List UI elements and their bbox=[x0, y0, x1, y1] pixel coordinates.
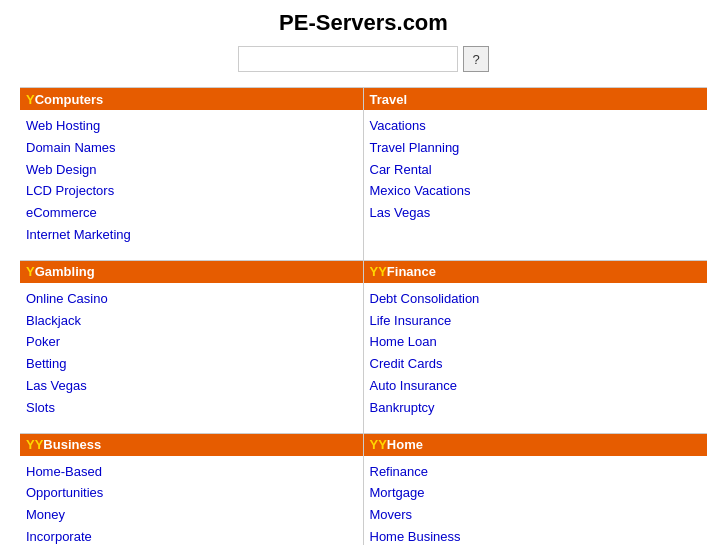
link-web-design[interactable]: Web Design bbox=[26, 160, 357, 181]
link-domain-names[interactable]: Domain Names bbox=[26, 138, 357, 159]
link-movers-[interactable]: Movers bbox=[370, 505, 702, 526]
link-auto-insurance[interactable]: Auto Insurance bbox=[370, 376, 702, 397]
category-prefix-computers: Y bbox=[26, 92, 35, 107]
category-header-computers: YComputers bbox=[20, 88, 363, 110]
link-home-loan[interactable]: Home Loan bbox=[370, 332, 702, 353]
link-ecommerce[interactable]: eCommerce bbox=[26, 203, 357, 224]
category-header-finance: YYFinance bbox=[364, 261, 708, 283]
link-mexico-vacations[interactable]: Mexico Vacations bbox=[370, 181, 702, 202]
category-block-computers: YComputersWeb HostingDomain NamesWeb Des… bbox=[20, 88, 364, 261]
category-header-gambling: YGambling bbox=[20, 261, 363, 283]
category-header-business: YYBusiness bbox=[20, 434, 363, 456]
link-vacations[interactable]: Vacations bbox=[370, 116, 702, 137]
link-debt-consolidation[interactable]: Debt Consolidation bbox=[370, 289, 702, 310]
category-label-business: Business bbox=[43, 437, 101, 452]
category-header-home: YYHome bbox=[364, 434, 708, 456]
link-blackjack[interactable]: Blackjack bbox=[26, 311, 357, 332]
category-grid: YComputersWeb HostingDomain NamesWeb Des… bbox=[20, 87, 707, 545]
category-header-travel: Travel bbox=[364, 88, 708, 110]
search-bar: ? bbox=[20, 46, 707, 72]
link-slots[interactable]: Slots bbox=[26, 398, 357, 419]
link-life-insurance[interactable]: Life Insurance bbox=[370, 311, 702, 332]
category-links-gambling: Online CasinoBlackjackPokerBettingLas Ve… bbox=[20, 287, 363, 423]
link-las-vegas[interactable]: Las Vegas bbox=[26, 376, 357, 397]
category-label-home: Home bbox=[387, 437, 423, 452]
link-incorporate[interactable]: Incorporate bbox=[26, 527, 357, 545]
category-links-finance: Debt ConsolidationLife InsuranceHome Loa… bbox=[364, 287, 708, 423]
link-mortgage-[interactable]: Mortgage bbox=[370, 483, 702, 504]
link-car-rental[interactable]: Car Rental bbox=[370, 160, 702, 181]
link-bankruptcy[interactable]: Bankruptcy bbox=[370, 398, 702, 419]
link-travel-planning[interactable]: Travel Planning bbox=[370, 138, 702, 159]
category-label-gambling: Gambling bbox=[35, 264, 95, 279]
link-betting[interactable]: Betting bbox=[26, 354, 357, 375]
link-lcd-projectors[interactable]: LCD Projectors bbox=[26, 181, 357, 202]
category-prefix-business: YY bbox=[26, 437, 43, 452]
category-prefix-home: YY bbox=[370, 437, 387, 452]
category-block-home: YYHomeRefinance Mortgage Movers Home Bus… bbox=[364, 434, 708, 545]
category-block-finance: YYFinanceDebt ConsolidationLife Insuranc… bbox=[364, 261, 708, 434]
page-wrapper: PE-Servers.com ? YComputersWeb HostingDo… bbox=[0, 0, 727, 545]
category-block-gambling: YGamblingOnline CasinoBlackjackPokerBett… bbox=[20, 261, 364, 434]
link-poker[interactable]: Poker bbox=[26, 332, 357, 353]
link-internet-marketing[interactable]: Internet Marketing bbox=[26, 225, 357, 246]
link-refinance-[interactable]: Refinance bbox=[370, 462, 702, 483]
category-prefix-finance: YY bbox=[370, 264, 387, 279]
link-opportunities[interactable]: Opportunities bbox=[26, 483, 357, 504]
link-home-based[interactable]: Home-Based bbox=[26, 462, 357, 483]
search-input[interactable] bbox=[238, 46, 458, 72]
site-title: PE-Servers.com bbox=[20, 10, 707, 36]
category-label-travel: Travel bbox=[370, 92, 408, 107]
category-label-computers: Computers bbox=[35, 92, 104, 107]
link-las-vegas[interactable]: Las Vegas bbox=[370, 203, 702, 224]
link-home-business-[interactable]: Home Business bbox=[370, 527, 702, 545]
category-block-travel: TravelVacationsTravel PlanningCar Rental… bbox=[364, 88, 708, 261]
link-credit-cards[interactable]: Credit Cards bbox=[370, 354, 702, 375]
category-links-travel: VacationsTravel PlanningCar RentalMexico… bbox=[364, 114, 708, 228]
category-links-computers: Web HostingDomain NamesWeb DesignLCD Pro… bbox=[20, 114, 363, 250]
category-label-finance: Finance bbox=[387, 264, 436, 279]
search-button[interactable]: ? bbox=[463, 46, 489, 72]
category-prefix-gambling: Y bbox=[26, 264, 35, 279]
category-block-business: YYBusinessHome-BasedOpportunitiesMoneyIn… bbox=[20, 434, 364, 545]
link-money[interactable]: Money bbox=[26, 505, 357, 526]
category-links-business: Home-BasedOpportunitiesMoneyIncorporateM… bbox=[20, 460, 363, 545]
link-online-casino[interactable]: Online Casino bbox=[26, 289, 357, 310]
link-web-hosting[interactable]: Web Hosting bbox=[26, 116, 357, 137]
category-links-home: Refinance Mortgage Movers Home Business … bbox=[364, 460, 708, 545]
